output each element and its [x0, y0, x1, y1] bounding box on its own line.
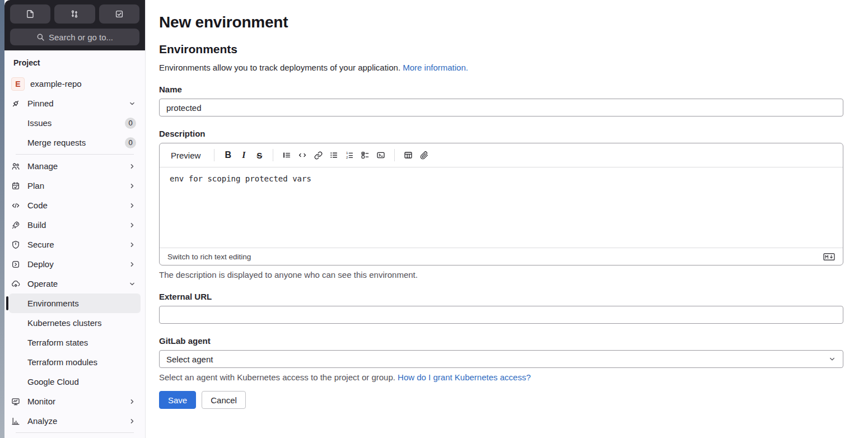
rocket-icon [11, 221, 20, 230]
cloud-gear-icon [11, 279, 20, 288]
sidebar-item-environments[interactable]: Environments [9, 293, 141, 313]
description-help-text: The description is displayed to anyone w… [159, 270, 843, 279]
main-content: New environment Environments Environment… [146, 0, 868, 438]
external-url-label: External URL [159, 292, 843, 301]
search-label: Search or go to... [49, 32, 113, 42]
form-actions: Save Cancel [159, 391, 843, 409]
link-icon[interactable] [311, 148, 325, 162]
sidebar-item-secure[interactable]: Secure [9, 235, 141, 254]
agent-help-text: Select an agent with Kubernetes access t… [159, 372, 395, 382]
project-name: example-repo [30, 79, 136, 88]
merge-requests-shortcut-button[interactable] [54, 4, 95, 24]
sidebar-item-operate[interactable]: Operate [9, 274, 141, 293]
sidebar-item-monitor[interactable]: Monitor [9, 392, 141, 411]
sidebar-item-terraform-states[interactable]: Terraform states [9, 333, 141, 352]
cancel-button[interactable]: Cancel [202, 391, 246, 409]
sidebar: Search or go to... Project E example-rep… [4, 0, 146, 438]
section-title: Environments [159, 43, 843, 56]
italic-icon[interactable]: I [236, 148, 251, 162]
issues-document-icon [26, 10, 35, 18]
sidebar-item-label: Pinned [27, 99, 128, 108]
markdown-icon [823, 253, 835, 260]
sidebar-item-project[interactable]: E example-repo [9, 74, 141, 94]
sidebar-item-code[interactable]: Code [9, 195, 141, 215]
sidebar-item-plan[interactable]: Plan [9, 176, 141, 195]
agent-select-value: Select agent [166, 355, 213, 364]
sidebar-item-terraform-modules[interactable]: Terraform modules [9, 352, 141, 372]
switch-rich-text-button[interactable]: Switch to rich text editing [167, 253, 251, 261]
shield-icon [11, 240, 20, 249]
sidebar-item-google-cloud[interactable]: Google Cloud [9, 372, 141, 392]
sidebar-item-label: Monitor [27, 397, 128, 406]
sidebar-item-label: Environments [27, 299, 136, 308]
toolbar-separator [214, 149, 214, 161]
desktop-edge-strip [0, 0, 4, 438]
todo-done-icon [115, 10, 124, 18]
search-icon [36, 33, 45, 41]
chevron-down-icon [128, 100, 136, 108]
save-button[interactable]: Save [159, 391, 196, 409]
users-icon [11, 162, 20, 171]
deploy-icon [11, 260, 20, 269]
sidebar-divider [16, 432, 134, 433]
sidebar-item-kubernetes-clusters[interactable]: Kubernetes clusters [9, 313, 141, 333]
sidebar-nav: Project E example-repo Pinned Issues 0 M… [4, 50, 145, 438]
project-section-label: Project [4, 58, 145, 67]
todo-shortcut-button[interactable] [99, 4, 139, 24]
table-icon[interactable] [401, 148, 416, 162]
chevron-right-icon [128, 417, 136, 425]
sidebar-item-label: Analyze [27, 416, 128, 426]
sidebar-item-label: Operate [27, 279, 128, 288]
more-information-link[interactable]: More information. [403, 63, 468, 72]
code-icon [11, 201, 20, 210]
sidebar-item-label: Terraform modules [27, 357, 136, 367]
chevron-right-icon [128, 260, 136, 268]
sidebar-item-analyze[interactable]: Analyze [9, 411, 141, 431]
sidebar-item-build[interactable]: Build [9, 215, 141, 235]
project-avatar: E [11, 77, 25, 91]
preview-button[interactable]: Preview [169, 151, 203, 160]
sidebar-item-label: Terraform states [27, 338, 136, 347]
issues-shortcut-button[interactable] [10, 4, 50, 24]
sidebar-item-label: Kubernetes clusters [27, 318, 136, 328]
issues-count-badge: 0 [125, 118, 136, 129]
quote-icon[interactable] [279, 148, 294, 162]
strikethrough-icon[interactable]: S [252, 148, 267, 162]
sidebar-divider [16, 154, 134, 155]
bulleted-list-icon[interactable] [326, 148, 341, 162]
description-label: Description [159, 129, 843, 138]
kubernetes-access-link[interactable]: How do I grant Kubernetes access? [398, 372, 531, 382]
sidebar-item-label: Code [27, 201, 128, 210]
merge-request-icon [70, 10, 79, 18]
sidebar-item-label: Secure [27, 240, 128, 249]
sidebar-item-label: Google Cloud [27, 377, 136, 386]
chevron-down-icon [128, 280, 136, 288]
sidebar-item-pinned[interactable]: Pinned [9, 94, 141, 113]
svg-text:1: 1 [346, 151, 348, 155]
merge-requests-count-badge: 0 [125, 137, 136, 148]
numbered-list-icon[interactable]: 12 [342, 148, 357, 162]
sidebar-item-label: Deploy [27, 259, 128, 269]
gitlab-agent-label: GitLab agent [159, 336, 843, 346]
bold-icon[interactable]: B [221, 148, 235, 162]
attach-file-icon[interactable] [417, 148, 431, 162]
pin-icon [11, 99, 20, 108]
collapsible-section-icon[interactable] [374, 148, 388, 162]
chevron-right-icon [128, 241, 136, 249]
search-input[interactable]: Search or go to... [10, 29, 139, 45]
active-item-indicator [6, 296, 8, 310]
agent-select[interactable]: Select agent [159, 350, 843, 368]
sidebar-item-manage[interactable]: Manage [9, 156, 141, 176]
external-url-input[interactable] [159, 306, 843, 324]
sidebar-item-issues[interactable]: Issues 0 [9, 113, 141, 133]
monitor-icon [11, 397, 20, 406]
chevron-right-icon [128, 182, 136, 190]
task-list-icon[interactable] [358, 148, 372, 162]
chart-icon [11, 417, 20, 426]
name-input[interactable] [159, 99, 843, 117]
description-textarea[interactable]: env for scoping protected vars [160, 167, 843, 248]
code-icon[interactable] [295, 148, 310, 162]
sidebar-item-merge-requests[interactable]: Merge requests 0 [9, 133, 141, 152]
sidebar-item-deploy[interactable]: Deploy [9, 254, 141, 274]
sidebar-topbar: Search or go to... [4, 0, 145, 50]
